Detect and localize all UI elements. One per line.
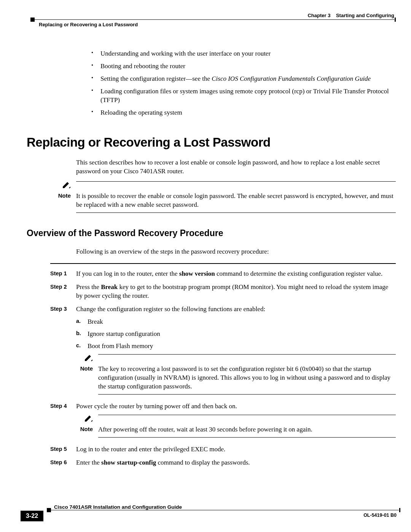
note-icon-cell (76, 354, 98, 363)
section-heading: Replacing or Recovering a Lost Password (27, 134, 396, 151)
step-text-bold: Break (101, 283, 118, 291)
list-item: Understanding and working with the user … (91, 50, 396, 58)
step-text: Change the configuration register so the… (76, 305, 265, 313)
step-text-post: command to determine the existing config… (215, 270, 382, 277)
note-icon-cell (76, 415, 98, 423)
step-body: Press the Break key to get to the bootst… (76, 283, 396, 300)
note-label: Note (49, 192, 76, 200)
step-body: Enter the show startup-config command to… (76, 459, 396, 467)
step-row: Step 1 If you can log in to the router, … (50, 270, 396, 278)
note-block: Note The key to recovering a lost passwo… (76, 354, 396, 395)
step-body: Log in to the router and enter the privi… (76, 445, 396, 454)
step-text-post: key to get to the bootstrap program prom… (76, 283, 388, 299)
sub-text: Break (88, 318, 103, 326)
document-page: Chapter 3 Starting and Configuring Repla… (0, 0, 411, 532)
note-icon-cell (49, 181, 76, 190)
list-item: a.Break (76, 318, 396, 326)
chapter-title: Starting and Configuring (336, 13, 394, 18)
footer-doc-id: OL-5419-01 B0 (363, 512, 397, 519)
note-text: After powering off the router, wait at l… (98, 425, 396, 434)
header-square-icon (30, 18, 35, 22)
footer-tick-icon (399, 508, 400, 512)
step-label: Step 4 (50, 402, 76, 410)
bullet-text: Reloading the operating system (100, 109, 182, 116)
step-text-pre: If you can log in to the router, enter t… (76, 270, 179, 277)
step-label: Step 3 (50, 305, 76, 313)
overview-paragraph: Following is an overview of the steps in… (76, 248, 396, 256)
pencil-icon (62, 181, 71, 189)
subsection-heading: Overview of the Password Recovery Proced… (27, 227, 396, 239)
footer-rule (49, 510, 399, 510)
note-block: Note It is possible to recover the enabl… (76, 181, 396, 213)
content-area: Understanding and working with the user … (8, 30, 403, 467)
step-body: If you can log in to the router, enter t… (76, 270, 396, 278)
step-row: Step 6 Enter the show startup-config com… (50, 459, 396, 467)
intro-paragraph: This section describes how to recover a … (76, 158, 396, 176)
step-row: Step 4 Power cycle the router by turning… (50, 402, 396, 441)
note-label: Note (76, 425, 98, 433)
note-text: It is possible to recover the enable or … (76, 192, 396, 209)
bullet-text-italic: Cisco IOS Configuration Fundamentals Con… (212, 75, 371, 82)
footer-square-icon (47, 508, 51, 512)
bullet-text: Booting and rebooting the router (100, 62, 185, 70)
step-label: Step 1 (50, 270, 76, 278)
step-text-post: command to display the passwords. (156, 459, 250, 466)
note-bottom-rule (98, 394, 396, 395)
chapter-number: Chapter 3 (307, 13, 330, 18)
list-item: Setting the configuration register—see t… (91, 75, 396, 83)
page-footer: Cisco 7401ASR Installation and Configura… (8, 504, 403, 523)
sub-text: Ignore startup configuration (88, 330, 160, 339)
header-rule (33, 19, 394, 20)
step-text-pre: Enter the (76, 459, 101, 466)
header-breadcrumb: Replacing or Recovering a Lost Password (39, 21, 138, 28)
sub-letter: a. (76, 318, 88, 326)
note-top-rule (98, 354, 396, 355)
list-item: Booting and rebooting the router (91, 62, 396, 71)
header-tick-icon (395, 18, 396, 22)
step-row: Step 3 Change the configuration register… (50, 305, 396, 398)
sub-letter: b. (76, 330, 88, 339)
step-body: Power cycle the router by turning power … (76, 402, 396, 441)
step-row: Step 5 Log in to the router and enter th… (50, 445, 396, 454)
step-body: Change the configuration register so the… (76, 305, 396, 398)
note-block: Note After powering off the router, wait… (76, 415, 396, 438)
sub-letter: c. (76, 342, 88, 351)
steps-separator-rule (50, 263, 396, 264)
step-text: Power cycle the router by turning power … (76, 403, 237, 410)
list-item: Reloading the operating system (91, 109, 396, 117)
step-label: Step 6 (50, 459, 76, 466)
note-top-rule (98, 415, 396, 415)
note-top-rule (76, 181, 396, 182)
page-number: 3-22 (21, 511, 43, 521)
bullet-text: Understanding and working with the user … (100, 50, 271, 57)
step-label: Step 2 (50, 283, 76, 291)
note-text: The key to recovering a lost password is… (98, 365, 396, 391)
step-text-bold: show version (179, 270, 215, 277)
step-row: Step 2 Press the Break key to get to the… (50, 283, 396, 300)
sub-list: a.Break b.Ignore startup configuration c… (76, 318, 396, 351)
pencil-icon (84, 354, 93, 362)
list-item: Loading configuration files or system im… (91, 87, 396, 105)
chapter-label: Chapter 3 Starting and Configuring (307, 12, 394, 19)
pencil-icon (84, 415, 93, 422)
note-label: Note (76, 365, 98, 372)
list-item: b.Ignore startup configuration (76, 330, 396, 339)
step-label: Step 5 (50, 445, 76, 453)
bullet-text-pre: Setting the configuration register—see t… (100, 75, 212, 82)
step-text-bold: show startup-config (101, 459, 156, 466)
sub-text: Boot from Flash memory (88, 342, 153, 351)
step-text-pre: Press the (76, 283, 101, 291)
top-bullet-list: Understanding and working with the user … (76, 50, 396, 117)
bullet-text: Loading configuration files or system im… (100, 88, 389, 104)
note-bottom-rule (98, 437, 396, 438)
note-bottom-rule (76, 212, 396, 213)
page-header: Chapter 3 Starting and Configuring Repla… (8, 11, 403, 30)
step-text: Log in to the router and enter the privi… (76, 446, 225, 453)
list-item: c.Boot from Flash memory (76, 342, 396, 351)
